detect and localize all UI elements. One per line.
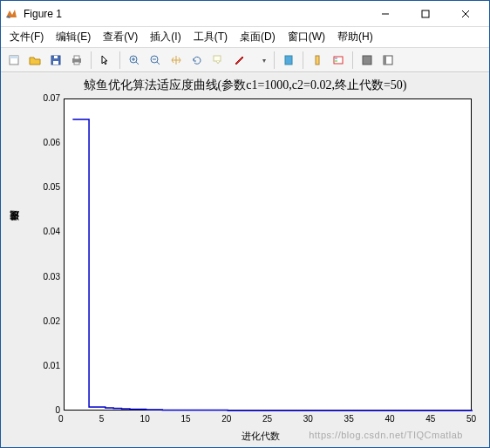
separator [352, 51, 353, 69]
menu-edit[interactable]: 编辑(E) [52, 28, 94, 46]
menu-help[interactable]: 帮助(H) [334, 28, 377, 46]
svg-rect-19 [214, 56, 221, 61]
axes[interactable] [64, 98, 472, 411]
open-icon[interactable] [25, 51, 44, 70]
y-tick: 0.06 [44, 138, 60, 147]
svg-rect-21 [285, 56, 292, 64]
y-tick: 0.05 [44, 182, 60, 192]
svg-rect-22 [316, 56, 319, 64]
watermark: https://blog.csdn.net/TIQCmatlab [309, 430, 463, 440]
pan-icon[interactable] [167, 51, 186, 70]
link-icon[interactable]: ▾ [250, 51, 269, 70]
svg-text:▾: ▾ [262, 57, 266, 64]
svg-line-17 [157, 62, 160, 64]
titlebar: Figure 1 [1, 1, 489, 27]
minimize-button[interactable] [365, 2, 405, 26]
svg-line-13 [136, 62, 139, 64]
x-tick: 30 [303, 414, 313, 424]
separator [303, 51, 303, 69]
matlab-logo-icon [4, 7, 18, 21]
y-tick: 0.02 [44, 316, 60, 326]
close-button[interactable] [446, 2, 486, 26]
svg-rect-8 [54, 56, 58, 58]
chart-title: 鲸鱼优化算法适应度曲线(参数c1=1000,c2=0.02,终止代数=50) [1, 74, 489, 93]
datatip-icon[interactable] [208, 51, 228, 70]
maximize-button[interactable] [405, 2, 446, 26]
x-axis-label: 进化代数 [242, 430, 280, 443]
x-tick: 45 [425, 414, 435, 424]
zoom-in-icon[interactable] [125, 51, 144, 70]
rotate-icon[interactable] [187, 51, 207, 70]
zoom-out-icon[interactable] [146, 51, 165, 70]
figure-area: 鲸鱼优化算法适应度曲线(参数c1=1000,c2=0.02,终止代数=50) 进… [1, 74, 489, 447]
y-tick: 0.04 [44, 227, 60, 236]
colorbar-icon[interactable] [279, 51, 298, 70]
x-tick: 25 [262, 414, 272, 424]
pointer-icon[interactable] [96, 51, 115, 70]
svg-rect-1 [422, 10, 429, 17]
menu-file[interactable]: 文件(F) [6, 28, 47, 46]
separator [274, 51, 275, 69]
x-tick: 20 [221, 414, 231, 424]
menu-tools[interactable]: 工具(T) [190, 28, 231, 46]
insert-colorbar-icon[interactable] [308, 51, 327, 70]
menubar: 文件(F) 编辑(E) 查看(V) 插入(I) 工具(T) 桌面(D) 窗口(W… [1, 27, 489, 48]
legend-icon[interactable] [329, 51, 348, 70]
menu-desktop[interactable]: 桌面(D) [236, 28, 279, 46]
fitness-curve [65, 99, 473, 411]
y-tick: 0.01 [44, 361, 60, 370]
window-title: Figure 1 [24, 8, 365, 20]
svg-rect-23 [334, 57, 343, 64]
x-tick: 50 [466, 414, 476, 424]
separator [119, 51, 120, 69]
menu-insert[interactable]: 插入(I) [146, 28, 184, 46]
svg-rect-10 [74, 56, 79, 59]
toolbar: ▾ [1, 48, 489, 72]
brush-icon[interactable] [229, 51, 248, 70]
svg-rect-7 [53, 61, 58, 64]
x-tick: 10 [140, 414, 150, 424]
x-tick: 0 [58, 414, 64, 424]
x-tick: 40 [385, 414, 394, 424]
y-tick: 0.07 [44, 93, 60, 103]
show-tools-icon[interactable] [378, 51, 398, 70]
y-tick: 0 [55, 405, 60, 415]
svg-rect-5 [10, 56, 18, 58]
svg-rect-26 [363, 56, 371, 64]
menu-window[interactable]: 窗口(W) [284, 28, 329, 46]
x-tick: 15 [180, 414, 190, 424]
separator [91, 51, 92, 69]
x-tick: 5 [99, 414, 105, 424]
svg-rect-11 [74, 62, 79, 64]
save-icon[interactable] [46, 51, 65, 70]
y-tick: 0.03 [44, 272, 60, 282]
hide-tools-icon[interactable] [357, 51, 377, 70]
menu-view[interactable]: 查看(V) [99, 28, 141, 46]
svg-rect-28 [384, 56, 386, 64]
new-figure-icon[interactable] [4, 51, 24, 70]
print-icon[interactable] [67, 51, 86, 70]
x-tick: 35 [344, 414, 354, 424]
